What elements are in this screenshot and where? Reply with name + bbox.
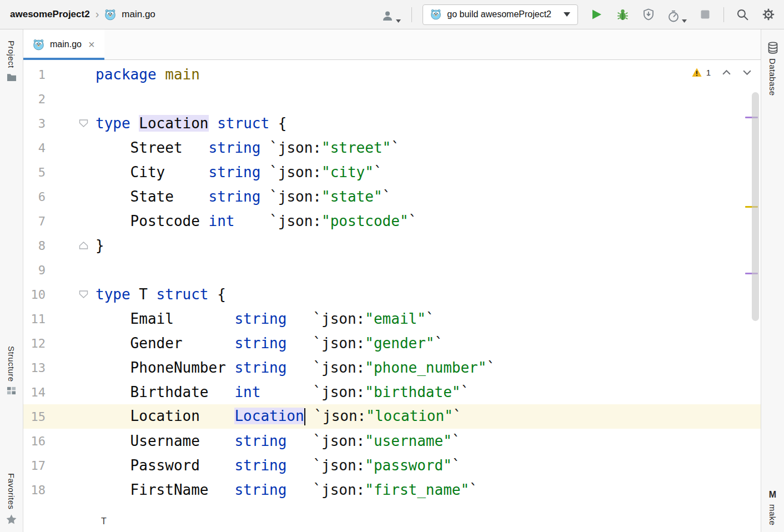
run-button[interactable] xyxy=(589,6,604,23)
line-number[interactable]: 12 xyxy=(23,337,46,350)
code-line[interactable]: 16 Username string `json:"username"` xyxy=(23,429,761,453)
code-token xyxy=(287,335,313,352)
fold-region-start-icon[interactable] xyxy=(79,290,88,299)
code-token: "state" xyxy=(321,188,383,205)
code-token: string xyxy=(209,164,261,180)
gutter-fold-area xyxy=(46,62,88,87)
code-line[interactable]: 4 Street string `json:"street"` xyxy=(23,135,761,160)
run-with-coverage-button[interactable] xyxy=(641,6,656,23)
warnings-indicator[interactable]: 1 xyxy=(691,67,711,78)
line-number[interactable]: 6 xyxy=(23,190,46,204)
code-line[interactable]: 9 xyxy=(23,258,761,282)
code-token: ` xyxy=(391,139,400,156)
code-token xyxy=(157,66,165,83)
code-text: type Location struct { xyxy=(88,115,287,132)
breadcrumb-file[interactable]: main.go xyxy=(122,9,155,20)
code-line[interactable]: 7 Postcode int `json:"postcode"` xyxy=(23,209,761,233)
code-token: string xyxy=(209,139,261,156)
code-token: Location xyxy=(139,115,208,132)
code-token xyxy=(287,481,313,498)
code-token: `json: xyxy=(313,481,365,498)
line-number[interactable]: 11 xyxy=(23,312,46,326)
line-number[interactable]: 8 xyxy=(23,239,46,253)
line-number[interactable]: 4 xyxy=(23,141,46,155)
code-token: State xyxy=(96,188,209,205)
line-number[interactable]: 1 xyxy=(23,68,46,82)
code-line[interactable]: 1package main xyxy=(23,62,761,87)
user-icon xyxy=(381,9,394,23)
run-config-select[interactable]: go build awesomeProject2 xyxy=(423,4,578,25)
code-line[interactable]: 13 PhoneNumber string `json:"phone_numbe… xyxy=(23,355,761,380)
code-token: string xyxy=(234,457,287,474)
line-number[interactable]: 14 xyxy=(23,385,46,399)
right-tool-stripe: Database M make xyxy=(761,29,784,532)
settings-button[interactable] xyxy=(761,6,776,23)
tool-button-structure[interactable]: Structure xyxy=(0,346,23,395)
line-number[interactable]: 16 xyxy=(23,434,46,448)
folder-icon xyxy=(6,73,17,82)
previous-problem-chevron-up-icon[interactable] xyxy=(722,69,731,76)
line-number[interactable]: 17 xyxy=(23,459,46,473)
profiler-button[interactable] xyxy=(667,6,687,23)
user-menu-button[interactable] xyxy=(381,6,401,23)
line-number[interactable]: 10 xyxy=(23,288,46,302)
code-line[interactable]: 15 Location Location `json:"location"` xyxy=(23,404,761,429)
code-lines: 1package main23type Location struct {4 S… xyxy=(23,62,761,502)
code-line[interactable]: 6 State string `json:"state"` xyxy=(23,184,761,209)
stop-button[interactable] xyxy=(697,6,713,23)
vertical-scrollbar-thumb[interactable] xyxy=(752,92,759,321)
line-number[interactable]: 18 xyxy=(23,483,46,497)
navigation-bar: awesomeProject2 › main.go xyxy=(10,9,155,21)
code-token: ` xyxy=(460,384,469,400)
database-icon xyxy=(767,42,778,54)
code-line[interactable]: 14 Birthdate int `json:"birthdate"` xyxy=(23,380,761,404)
database-label: Database xyxy=(768,58,777,96)
line-number[interactable]: 15 xyxy=(23,410,46,424)
code-token: "city" xyxy=(321,164,374,180)
gutter-fold-area xyxy=(46,209,88,233)
code-line[interactable]: 8} xyxy=(23,233,761,258)
line-number[interactable]: 3 xyxy=(23,117,46,131)
code-line[interactable]: 11 Email string `json:"email"` xyxy=(23,307,761,331)
code-line[interactable]: 2 xyxy=(23,87,761,111)
debug-button[interactable] xyxy=(615,6,630,23)
code-token: `json: xyxy=(313,457,365,474)
code-editor[interactable]: 1package main23type Location struct {4 S… xyxy=(23,60,761,511)
tool-button-favorites[interactable]: Favorites xyxy=(0,473,23,525)
code-line[interactable]: 17 Password string `json:"password"` xyxy=(23,453,761,478)
code-token: ` xyxy=(435,335,444,352)
tool-button-make[interactable]: M make xyxy=(761,490,784,525)
code-token: "location" xyxy=(366,408,453,424)
code-token: ` xyxy=(469,481,478,498)
code-token: type xyxy=(96,115,130,132)
fold-region-start-icon[interactable] xyxy=(79,119,88,128)
tab-close-icon[interactable]: × xyxy=(87,39,95,50)
code-token xyxy=(234,213,269,229)
fold-region-end-icon[interactable] xyxy=(79,241,88,250)
code-token: `json: xyxy=(269,164,321,180)
code-line[interactable]: 12 Gender string `json:"gender"` xyxy=(23,331,761,355)
code-text: Street string `json:"street"` xyxy=(88,139,400,156)
code-line[interactable]: 5 City string `json:"city"` xyxy=(23,160,761,184)
breadcrumb-project[interactable]: awesomeProject2 xyxy=(10,9,90,20)
tool-button-project[interactable]: Project xyxy=(0,41,23,82)
line-number[interactable]: 13 xyxy=(23,361,46,375)
code-token: "street" xyxy=(321,139,391,156)
code-line[interactable]: 10type T struct { xyxy=(23,282,761,307)
line-number[interactable]: 9 xyxy=(23,263,46,277)
go-run-config-icon xyxy=(430,9,441,20)
search-everywhere-button[interactable] xyxy=(735,6,750,23)
code-line[interactable]: 3type Location struct { xyxy=(23,111,761,135)
line-number[interactable]: 7 xyxy=(23,214,46,228)
gutter-fold-area xyxy=(46,307,88,331)
line-number[interactable]: 2 xyxy=(23,92,46,106)
breadcrumb-scope[interactable]: T xyxy=(101,516,107,526)
code-line[interactable]: 18 FirstName string `json:"first_name"` xyxy=(23,478,761,502)
line-number[interactable]: 5 xyxy=(23,165,46,179)
code-text: State string `json:"state"` xyxy=(88,188,391,205)
tool-button-database[interactable]: Database xyxy=(761,42,784,96)
chevron-down-icon xyxy=(396,19,401,23)
tab-main-go[interactable]: main.go × xyxy=(23,29,104,59)
code-token: { xyxy=(269,115,287,132)
gutter-fold-area xyxy=(46,380,88,404)
